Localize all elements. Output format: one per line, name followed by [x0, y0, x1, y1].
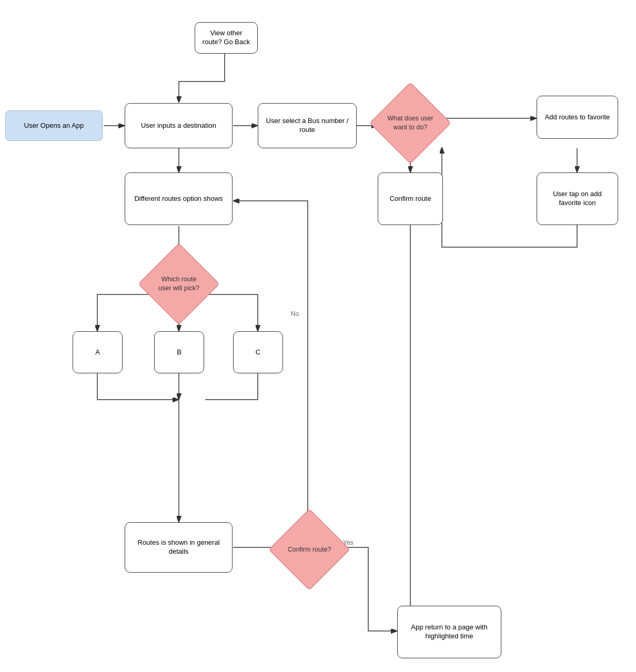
flowchart: View other route? Go Back User Opens an … — [0, 0, 636, 672]
route-b-node: B — [154, 331, 204, 373]
which-route-text: Which route user will pick? — [155, 275, 203, 293]
view-other-route-node: View other route? Go Back — [195, 22, 258, 54]
route-a-node: A — [73, 331, 123, 373]
user-inputs-destination-node: User inputs a destination — [125, 103, 233, 148]
what-does-user-diamond: What does user want to do? — [378, 90, 443, 156]
no-label: No — [291, 310, 299, 318]
different-routes-node: Different routes option shows — [125, 172, 233, 225]
user-opens-app-node: User Opens an App — [5, 110, 103, 141]
routes-shown-node: Routes is shown in general details — [125, 522, 233, 573]
confirm-route-bottom-text: Confirm route? — [286, 545, 333, 554]
confirm-route-top-node: Confirm route — [378, 172, 443, 225]
what-does-user-text: What does user want to do? — [387, 114, 434, 132]
which-route-diamond: Which route user will pick? — [147, 252, 210, 315]
app-return-node: App return to a page with highlighted ti… — [397, 606, 501, 658]
confirm-route-bottom-diamond: Confirm route? — [278, 518, 341, 581]
user-tap-favorite-node: User tap on add favorite icon — [537, 172, 618, 225]
route-c-node: C — [233, 331, 283, 373]
add-routes-favorite-node: Add routes to favorite — [537, 96, 618, 139]
user-select-bus-node: User select a Bus number / route — [258, 103, 357, 148]
yes-label: Yes — [343, 539, 354, 546]
